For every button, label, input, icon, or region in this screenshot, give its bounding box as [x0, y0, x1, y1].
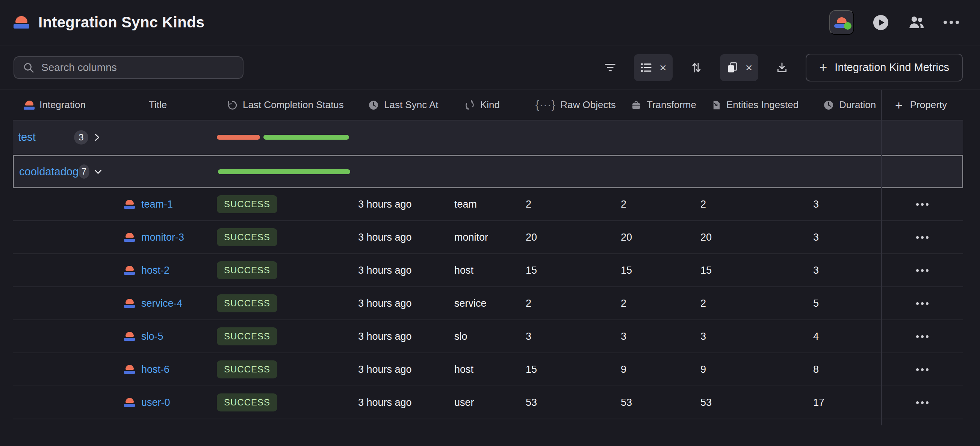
kind-cell: host	[454, 364, 526, 375]
download-button[interactable]	[770, 54, 794, 81]
column-header-last-completion-status: Last Completion Status	[217, 99, 358, 111]
search-columns-box[interactable]	[14, 56, 243, 79]
entities-ingested-cell: 20	[700, 232, 813, 243]
more-options-button[interactable]	[943, 21, 959, 24]
raw-objects-cell: 15	[526, 364, 621, 375]
kind-cell: service	[454, 298, 526, 310]
integration-logo-icon	[124, 365, 135, 374]
kind-cell: slo	[454, 331, 526, 342]
ingest-icon	[710, 100, 721, 111]
title-cell: host-2	[124, 265, 217, 276]
table-row[interactable]: host-6 SUCCESS 3 hours ago host 15 9 9 8	[13, 353, 963, 386]
table-row[interactable]: team-1 SUCCESS 3 hours ago team 2 2 2 3	[13, 188, 963, 221]
collapse-group-button[interactable]	[93, 166, 103, 177]
title-cell: user-0	[124, 397, 217, 408]
table-row[interactable]: slo-5 SUCCESS 3 hours ago slo 3 3 3 4	[13, 320, 963, 353]
raw-objects-cell: 15	[526, 265, 621, 276]
status-dot-icon	[844, 22, 851, 30]
integration-sync-kinds-page: { "topbar": { "title": "Integration Sync…	[0, 0, 980, 446]
integration-logo-icon	[124, 200, 135, 209]
group-link[interactable]: test	[18, 131, 36, 143]
sort-button[interactable]	[684, 54, 709, 81]
row-menu-button[interactable]	[912, 265, 932, 276]
page-title: Integration Sync Kinds	[38, 14, 204, 31]
table-row[interactable]: service-4 SUCCESS 3 hours ago service 2 …	[13, 287, 963, 320]
entities-ingested-cell: 2	[700, 298, 813, 310]
ellipsis-icon	[943, 21, 959, 24]
table-row[interactable]: user-0 SUCCESS 3 hours ago user 53 53 53…	[13, 386, 963, 419]
raw-objects-cell: 3	[526, 331, 621, 342]
column-label: Raw Objects	[560, 99, 616, 111]
row-menu-button[interactable]	[912, 232, 932, 243]
status-badge: SUCCESS	[217, 360, 277, 378]
search-icon	[22, 62, 35, 74]
row-menu-button[interactable]	[912, 298, 932, 309]
clock-icon	[823, 100, 834, 111]
status-bar-success	[263, 135, 349, 140]
status-badge: SUCCESS	[217, 394, 277, 411]
row-menu-button[interactable]	[912, 199, 932, 210]
status-badge: SUCCESS	[217, 195, 277, 213]
sync-kind-link[interactable]: user-0	[141, 397, 170, 408]
kind-cell: monitor	[454, 232, 526, 243]
filter-button[interactable]	[598, 54, 623, 81]
sync-kind-link[interactable]: host-2	[141, 265, 169, 276]
group-link[interactable]: cooldatadog	[19, 165, 78, 178]
search-columns-input[interactable]	[41, 62, 234, 74]
duration-cell: 3	[813, 265, 881, 276]
braces-icon: {···}	[536, 99, 555, 111]
add-integration-kind-metrics-button[interactable]: + Integration Kind Metrics	[806, 54, 963, 81]
group-by-button[interactable]: ×	[634, 54, 673, 81]
integration-app-button[interactable]	[829, 10, 854, 35]
last-sync-cell: 3 hours ago	[358, 397, 454, 408]
sync-kind-link[interactable]: service-4	[141, 298, 183, 310]
table-toolbar: × × + Integration Kind Metrics	[0, 45, 980, 90]
clear-group-by-icon[interactable]: ×	[659, 62, 667, 74]
sync-kind-link[interactable]: host-6	[141, 364, 169, 375]
audience-button[interactable]	[907, 14, 926, 32]
chevron-down-icon	[93, 166, 103, 177]
copy-columns-icon	[726, 61, 739, 74]
sync-icon	[464, 100, 475, 111]
group-row-cooldatadog[interactable]: cooldatadog 7	[13, 155, 963, 188]
column-label: Transforme	[647, 99, 696, 111]
transformed-cell: 53	[621, 397, 700, 408]
transformed-cell: 2	[621, 198, 700, 210]
integration-logo-icon	[124, 266, 135, 275]
title-cell: service-4	[124, 298, 217, 310]
completion-status-bars	[217, 135, 358, 140]
plus-icon: +	[895, 99, 903, 111]
row-menu-button[interactable]	[912, 332, 932, 342]
sync-kind-link[interactable]: monitor-3	[141, 232, 184, 243]
expand-group-button[interactable]	[92, 132, 102, 143]
kind-cell: team	[454, 198, 526, 210]
status-badge: SUCCESS	[217, 294, 277, 312]
row-menu-button[interactable]	[912, 365, 932, 375]
column-label: Title	[149, 99, 167, 111]
row-menu-button[interactable]	[912, 398, 932, 408]
kind-cell: host	[454, 265, 526, 276]
sort-arrows-icon	[690, 61, 703, 74]
group-row-test[interactable]: test 3	[13, 121, 963, 154]
column-label: Entities Ingested	[726, 99, 799, 111]
entities-ingested-cell: 2	[700, 198, 813, 210]
column-label: Last Sync At	[384, 99, 439, 111]
table-row[interactable]: host-2 SUCCESS 3 hours ago host 15 15 15…	[13, 254, 963, 287]
raw-objects-cell: 20	[526, 232, 621, 243]
resync-play-button[interactable]	[872, 14, 889, 31]
column-header-integration: Integration	[13, 99, 124, 111]
clear-columns-icon[interactable]: ×	[746, 62, 752, 74]
entities-ingested-cell: 15	[700, 265, 813, 276]
transformed-cell: 20	[621, 232, 700, 243]
top-bar: Integration Sync Kinds	[0, 0, 980, 45]
sync-kind-link[interactable]: team-1	[141, 198, 173, 210]
add-property-button[interactable]: + Property	[881, 99, 963, 111]
last-sync-cell: 3 hours ago	[358, 265, 454, 276]
integration-column-icon	[24, 101, 35, 110]
status-badge: SUCCESS	[217, 327, 277, 345]
sync-kind-rows: team-1 SUCCESS 3 hours ago team 2 2 2 3 …	[0, 188, 980, 419]
column-header-kind: Kind	[454, 99, 526, 111]
table-row[interactable]: monitor-3 SUCCESS 3 hours ago monitor 20…	[13, 221, 963, 254]
sync-kind-link[interactable]: slo-5	[141, 331, 164, 342]
manage-columns-button[interactable]: ×	[720, 54, 759, 81]
